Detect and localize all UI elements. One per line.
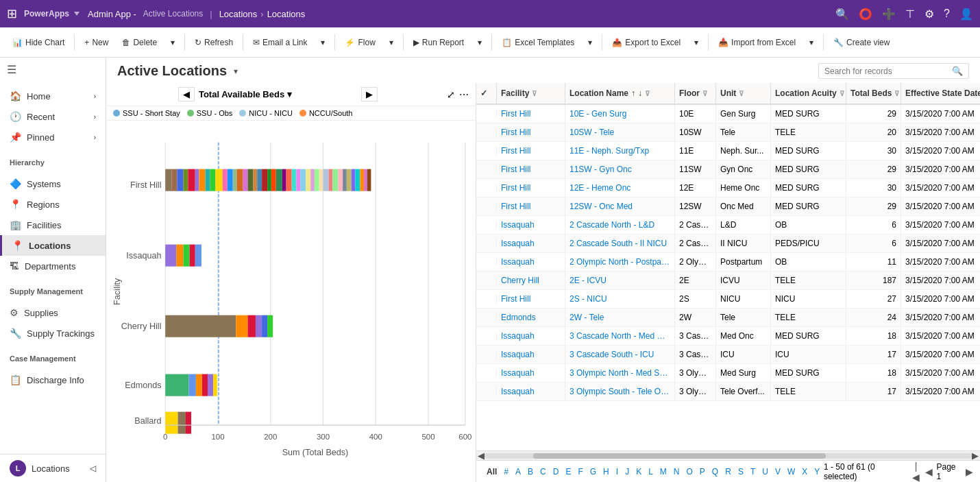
row-location-name[interactable]: 2 Cascade South - II NICU: [565, 234, 675, 252]
alpha-button-m[interactable]: M: [657, 466, 670, 478]
beds-filter-icon[interactable]: ⊽: [894, 90, 899, 97]
unit-filter-icon[interactable]: ⊽: [739, 90, 744, 97]
hamburger-icon[interactable]: ☰: [7, 63, 16, 76]
col-header-check[interactable]: ✓: [476, 83, 497, 104]
alpha-button-s[interactable]: S: [735, 466, 747, 478]
floor-filter-icon[interactable]: ⊽: [702, 90, 707, 97]
refresh-button[interactable]: ↻ Refresh: [189, 35, 238, 50]
alpha-button-j[interactable]: J: [622, 466, 633, 478]
row-facility[interactable]: First Hill: [497, 197, 565, 215]
row-facility[interactable]: First Hill: [497, 160, 565, 178]
row-facility[interactable]: Issaquah: [497, 346, 565, 363]
sidebar-item-recent[interactable]: 🕐 Recent ›: [0, 106, 106, 127]
alpha-button-k[interactable]: K: [633, 466, 645, 478]
row-facility[interactable]: First Hill: [497, 142, 565, 160]
page-next-button[interactable]: ▶: [966, 466, 973, 477]
alpha-button-c[interactable]: C: [537, 466, 550, 478]
row-check[interactable]: [476, 128, 497, 136]
sort-asc-icon[interactable]: ↑: [631, 88, 635, 98]
alpha-button-l[interactable]: L: [645, 466, 657, 478]
row-location-name[interactable]: 12E - Heme Onc: [565, 179, 675, 197]
sidebar-item-home[interactable]: 🏠 Home ›: [0, 86, 106, 106]
flow-button[interactable]: ⚡ Flow: [339, 35, 380, 50]
export-dropdown-button[interactable]: ▾: [689, 35, 704, 50]
search-icon-btn[interactable]: 🔍: [952, 66, 963, 76]
sidebar-item-departments[interactable]: 🏗 Departments: [0, 256, 106, 276]
row-check[interactable]: [476, 165, 497, 173]
chart-expand-button[interactable]: ⤢: [447, 89, 455, 100]
row-facility[interactable]: First Hill: [497, 290, 565, 308]
row-check[interactable]: [476, 221, 497, 229]
acuity-filter-icon[interactable]: ⊽: [840, 90, 844, 97]
sidebar-item-facilities[interactable]: 🏢 Facilities: [0, 215, 106, 235]
sidebar-item-systems[interactable]: 🔷 Systems: [0, 173, 106, 194]
row-check[interactable]: [476, 184, 497, 192]
alpha-button-y[interactable]: Y: [811, 466, 823, 478]
user-icon[interactable]: 👤: [959, 8, 973, 21]
refresh-icon[interactable]: ⭕: [859, 8, 872, 21]
row-location-name[interactable]: 12SW - Onc Med: [565, 197, 675, 215]
col-header-floor[interactable]: Floor ⊽: [675, 83, 716, 104]
alpha-button-g[interactable]: G: [587, 466, 600, 478]
delete-dropdown-button[interactable]: ▾: [165, 35, 180, 50]
sidebar-item-supply-trackings[interactable]: 🔧 Supply Trackings: [0, 323, 106, 344]
col-header-beds[interactable]: Total Beds ⊽: [846, 83, 901, 104]
sort-desc-icon[interactable]: ↓: [638, 88, 642, 98]
alpha-button-q[interactable]: Q: [709, 466, 722, 478]
alpha-button-f[interactable]: F: [574, 466, 586, 478]
alpha-button-h[interactable]: H: [600, 466, 613, 478]
email-link-button[interactable]: ✉ Email a Link: [247, 35, 313, 50]
alpha-button-r[interactable]: R: [722, 466, 735, 478]
row-check[interactable]: [476, 276, 497, 285]
row-facility[interactable]: Edmonds: [497, 309, 565, 326]
filter-icon[interactable]: ⊤: [905, 8, 915, 21]
new-button[interactable]: + New: [79, 35, 114, 50]
scroll-thumb[interactable]: [533, 453, 826, 459]
row-location-name[interactable]: 10E - Gen Surg: [565, 105, 675, 123]
alpha-button-b[interactable]: B: [524, 466, 537, 478]
alpha-button-all[interactable]: All: [483, 466, 500, 478]
row-location-name[interactable]: 3 Olympic North - Med Surg: [565, 364, 675, 382]
col-header-facility[interactable]: Facility ⊽: [497, 83, 565, 104]
page-first-button[interactable]: |◀: [911, 461, 920, 483]
row-check[interactable]: [476, 387, 497, 396]
alpha-button-o[interactable]: O: [683, 466, 696, 478]
row-check[interactable]: [476, 350, 497, 359]
waffle-icon[interactable]: ⊞: [7, 6, 17, 21]
search-input[interactable]: [824, 67, 948, 76]
excel-templates-dropdown-button[interactable]: ▾: [583, 35, 598, 50]
sidebar-bottom[interactable]: L Locations ◁: [0, 454, 106, 482]
row-location-name[interactable]: 3 Cascade South - ICU: [565, 346, 675, 363]
row-check[interactable]: [476, 110, 497, 118]
row-location-name[interactable]: 3 Cascade North - Med Onc: [565, 327, 675, 345]
chart-prev-button[interactable]: ◀: [178, 87, 195, 101]
row-location-name[interactable]: 11SW - Gyn Onc: [565, 160, 675, 178]
search-icon[interactable]: 🔍: [835, 8, 849, 21]
row-check[interactable]: [476, 369, 497, 377]
alpha-button-t[interactable]: T: [747, 466, 759, 478]
row-location-name[interactable]: 10SW - Tele: [565, 123, 675, 141]
sidebar-item-pinned[interactable]: 📌 Pinned ›: [0, 127, 106, 147]
sidebar-item-discharge-info[interactable]: 📋 Discharge Info: [0, 370, 106, 390]
row-check[interactable]: [476, 258, 497, 266]
alpha-button-x[interactable]: X: [798, 466, 811, 478]
facility-filter-icon[interactable]: ⊽: [532, 90, 537, 97]
scroll-right-icon[interactable]: ▶: [972, 450, 979, 461]
run-report-button[interactable]: ▶ Run Report: [408, 35, 469, 50]
row-location-name[interactable]: 2S - NICU: [565, 290, 675, 308]
chart-more-button[interactable]: ⋯: [459, 89, 469, 100]
flow-dropdown-button[interactable]: ▾: [384, 35, 399, 50]
email-dropdown-button[interactable]: ▾: [315, 35, 330, 50]
alpha-button-d[interactable]: D: [550, 466, 563, 478]
hide-chart-button[interactable]: 📊 Hide Chart: [7, 35, 70, 50]
import-dropdown-button[interactable]: ▾: [804, 35, 819, 50]
alpha-button-u[interactable]: U: [759, 466, 772, 478]
col-header-location[interactable]: Location Name ↑ ↓ ⊽: [565, 83, 675, 104]
row-facility[interactable]: Issaquah: [497, 383, 565, 400]
row-facility[interactable]: Issaquah: [497, 327, 565, 345]
title-dropdown-icon[interactable]: ▾: [234, 67, 238, 76]
chart-next-button[interactable]: ▶: [361, 87, 378, 101]
row-facility[interactable]: First Hill: [497, 123, 565, 141]
col-header-unit[interactable]: Unit ⊽: [716, 83, 771, 104]
scroll-left-icon[interactable]: ◀: [478, 450, 485, 461]
